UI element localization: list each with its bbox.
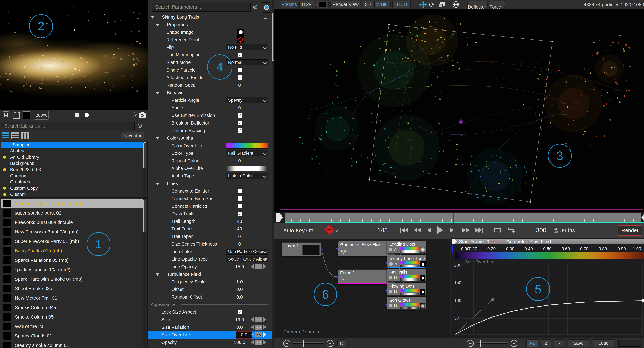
param-select[interactable]: Specify <box>226 97 268 103</box>
param-checkbox[interactable]: ✓ <box>238 310 242 314</box>
node-color-gradient[interactable] <box>400 247 419 250</box>
param-row-connect-to-birth-pos-[interactable]: Connect to Birth Pos. <box>148 195 272 202</box>
stepper-keyframe-button[interactable]: ···· <box>255 340 262 345</box>
param-value[interactable]: 0.0 <box>230 293 249 301</box>
param-row-line-opacity-type[interactable]: Line Opacity TypeScale Particle Alpha <box>148 255 272 263</box>
param-value[interactable]: 40 <box>230 218 249 225</box>
node-alpha-gradient[interactable] <box>400 250 419 253</box>
param-checkbox[interactable]: ✓ <box>238 128 242 133</box>
stepper-keyframe-button[interactable]: ···· <box>255 264 262 269</box>
stepper-increase-icon[interactable] <box>264 332 266 337</box>
library-item[interactable]: Background <box>1 160 144 166</box>
timeline-play-icon[interactable] <box>276 213 283 222</box>
param-select[interactable]: Full Gradient <box>226 150 268 156</box>
zoom-out-icon[interactable]: − <box>283 340 290 347</box>
param-row-color-over-life[interactable]: Color Over Life <box>148 142 272 149</box>
param-row-trail-taper[interactable]: Trail Taper0 <box>148 233 272 240</box>
render-viewport[interactable] <box>274 9 644 212</box>
square-shape-icon[interactable] <box>74 113 79 117</box>
emitter-item[interactable]: Sparky Clouds 01 <box>1 331 144 340</box>
node-reset-button[interactable]: R <box>338 339 346 347</box>
emitter-item[interactable]: Smoke Column 04a <box>1 303 144 312</box>
node-alpha-gradient[interactable] <box>400 292 419 295</box>
reference-point-thumb[interactable] <box>237 36 244 43</box>
particle-node-skinny-long-trails[interactable]: Skinny Long TrailsN <box>387 255 426 268</box>
alpha-over-life-gradient[interactable] <box>226 166 268 171</box>
param-value[interactable]: 0.0 <box>230 286 249 293</box>
node-shape-thumb[interactable] <box>420 303 426 309</box>
param-select[interactable]: Use Particle Color <box>226 249 268 255</box>
node-shape-thumb[interactable] <box>420 261 426 267</box>
emitter-item[interactable]: Spark Flare with Smoke 04 (mb) <box>1 274 144 284</box>
timeline-playhead[interactable] <box>453 213 454 223</box>
graph-preset-box[interactable] <box>618 340 641 346</box>
param-row-size-over-life[interactable]: Size Over Life0.0 <box>148 331 272 338</box>
param-row-size-variation[interactable]: Size Variation0.0···· <box>148 323 272 331</box>
node-color-gradient[interactable] <box>400 261 420 264</box>
stepper-decrease-icon[interactable] <box>251 325 254 329</box>
param-value[interactable]: 0 <box>230 81 249 89</box>
enabled-dot-icon[interactable] <box>389 276 392 279</box>
node-color-gradient[interactable] <box>400 275 419 278</box>
layer-node[interactable]: Layer 1 ≡ <box>282 242 322 256</box>
auto-key-label[interactable]: Auto-Key Off <box>283 228 313 234</box>
param-row-trail-fade[interactable]: Trail Fade40 <box>148 225 272 233</box>
enabled-dot-icon[interactable] <box>389 262 393 266</box>
node-shape-thumb[interactable] <box>420 289 426 295</box>
zoom-in-icon[interactable]: + <box>327 340 334 347</box>
emitter-item[interactable]: New Meteor Trail 01 <box>1 293 144 303</box>
step-forward-button[interactable] <box>450 227 454 233</box>
step-back-button[interactable] <box>426 227 431 233</box>
param-row-random-offset[interactable]: Random Offset0.0 <box>148 293 272 301</box>
timeline-end-marker[interactable] <box>642 214 644 221</box>
node-color-gradient[interactable] <box>400 303 419 306</box>
param-value[interactable]: 0 <box>230 233 249 240</box>
param-row-uniform-spacing[interactable]: Uniform Spacing✓ <box>148 127 272 134</box>
stepper-keyframe-button[interactable] <box>255 332 262 337</box>
param-menu-icon[interactable]: ≡ <box>264 14 267 21</box>
emitter-preview[interactable] <box>0 0 148 110</box>
param-checkbox[interactable] <box>238 189 242 193</box>
param-row-size[interactable]: Size19.0···· <box>148 316 272 323</box>
timeline-ruler[interactable] <box>274 212 644 223</box>
play-once-button[interactable] <box>507 227 515 233</box>
collapse-caret-icon[interactable] <box>156 24 159 26</box>
preview-zoom-dropdown[interactable]: 200% <box>34 111 49 120</box>
graph-zoom-slider[interactable] <box>477 342 508 344</box>
save-button[interactable]: Save <box>568 339 589 347</box>
stepper-decrease-icon[interactable] <box>251 340 254 344</box>
param-row-alpha-type[interactable]: Alpha TypeLink to Color <box>148 172 272 180</box>
collapse-caret-icon[interactable] <box>156 183 159 185</box>
zoom-fit-button[interactable]: Z <box>541 339 551 347</box>
param-checkbox[interactable] <box>238 75 242 80</box>
fast-forward-button[interactable] <box>462 227 470 233</box>
param-row-shape-image[interactable]: Shape Image <box>148 28 272 36</box>
enabled-dot-icon[interactable] <box>389 290 392 293</box>
library-search-input[interactable]: Search Libraries ... <box>1 122 135 130</box>
node-alpha-gradient[interactable] <box>400 306 419 309</box>
auto-zoom-button[interactable]: AZ <box>526 339 538 347</box>
param-checkbox[interactable]: ✓ <box>238 113 242 118</box>
library-item[interactable]: Custom <box>1 191 144 198</box>
view-list-icon[interactable] <box>11 132 19 139</box>
param-row-use-emitter-emission[interactable]: Use Emitter Emission✓ <box>148 112 272 119</box>
param-checkbox[interactable] <box>238 68 242 72</box>
param-row-break-on-deflector[interactable]: Break on Deflector✓ <box>148 119 272 127</box>
zoom-out-icon[interactable]: − <box>467 340 474 347</box>
param-checkbox[interactable] <box>238 204 242 208</box>
circle-shape-icon[interactable] <box>85 113 89 117</box>
param-row-line-opacity[interactable]: Line Opacity15.0···· <box>148 263 272 270</box>
param-row-turbulence-field[interactable]: Turbulence Field <box>148 270 272 278</box>
param-row-color-alpha[interactable]: Color / Alpha <box>148 134 272 142</box>
stepper-increase-icon[interactable] <box>264 264 266 269</box>
shape-image-thumb[interactable] <box>237 29 244 36</box>
stepper-increase-icon[interactable] <box>264 325 266 329</box>
rotate-tool-icon[interactable]: ⟳ <box>429 1 435 9</box>
emitter-visibility-toggle[interactable] <box>262 2 271 13</box>
param-checkbox[interactable] <box>238 196 242 201</box>
emitter-item[interactable]: Fireworks Glitter continuous 03b <box>1 199 144 208</box>
motion-blur-toggle[interactable]: M-Blur <box>374 1 390 8</box>
param-row-trail-length[interactable]: Trail Length40 <box>148 218 272 225</box>
library-scrollbar-thumb[interactable] <box>143 142 146 168</box>
add-force-button[interactable]: + Force <box>489 1 505 8</box>
